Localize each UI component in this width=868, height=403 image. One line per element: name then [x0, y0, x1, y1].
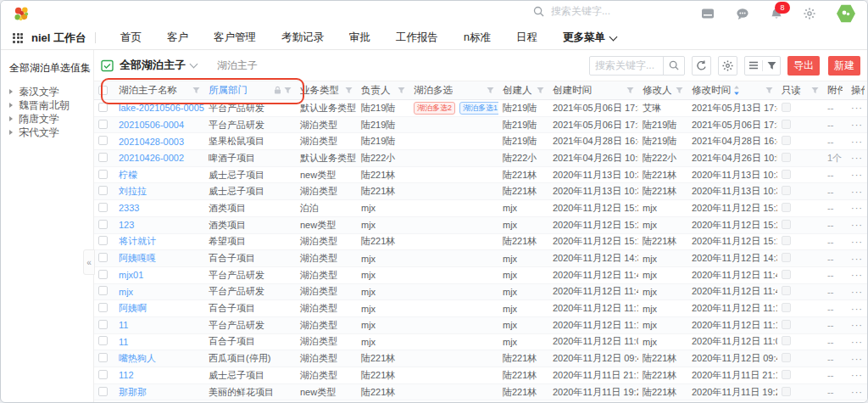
sort-icon[interactable] — [733, 86, 740, 95]
filter-funnel-icon[interactable] — [487, 87, 494, 94]
filter-funnel-icon[interactable] — [811, 87, 819, 94]
row-actions-button[interactable]: ··· — [847, 337, 868, 347]
row-checkbox[interactable] — [98, 103, 108, 112]
row-actions-button[interactable]: ··· — [847, 120, 868, 130]
table-row[interactable]: 20210426-0002啤酒子项目默认业务类型陆222小陆222小2021年0… — [94, 150, 868, 167]
nav-item[interactable]: 客户管理 — [214, 31, 256, 45]
nav-item[interactable]: n标准 — [464, 31, 491, 45]
sidebar-item[interactable]: 秦汉文学 — [9, 85, 93, 98]
row-actions-button[interactable]: ··· — [847, 153, 868, 163]
row-name-link[interactable]: 柠檬 — [119, 170, 137, 180]
table-row[interactable]: 123酒类项目new类型mjxmjx2020年11月12日 15:25mjx20… — [94, 217, 868, 234]
row-actions-button[interactable]: ··· — [847, 254, 868, 264]
row-actions-button[interactable]: ··· — [847, 187, 868, 197]
row-checkbox[interactable] — [98, 203, 108, 212]
filter-funnel-icon[interactable] — [626, 87, 634, 94]
col-header-created[interactable]: 创建时间 — [548, 81, 638, 99]
nav-item[interactable]: 考勤记录 — [281, 31, 324, 45]
row-name-link[interactable]: 112 — [119, 370, 134, 380]
col-header-type[interactable]: 业务类型 — [296, 81, 357, 99]
chat-icon[interactable] — [736, 8, 749, 20]
table-row[interactable]: mjx平台产品研发湖泊类型mjxmjx2020年11月12日 11:44mjx2… — [94, 284, 868, 301]
global-search-input[interactable] — [549, 4, 663, 18]
nav-item[interactable]: 审批 — [349, 31, 370, 45]
table-row[interactable]: 刘拉拉威士忌子项目湖泊类型陆221林陆221林2020年11月13日 10:30… — [94, 183, 868, 200]
row-name-link[interactable]: 20210506-0004 — [119, 120, 184, 130]
row-checkbox[interactable] — [98, 336, 108, 345]
row-name-link[interactable]: 2333 — [119, 203, 139, 213]
row-name-link[interactable]: 阿姨啊 — [119, 303, 147, 313]
row-name-link[interactable]: 20210426-0002 — [119, 153, 184, 163]
create-button[interactable]: 新建 — [828, 56, 860, 76]
row-checkbox[interactable] — [98, 253, 108, 262]
sidebar-item[interactable]: 魏晋南北朝 — [9, 98, 93, 112]
row-checkbox[interactable] — [98, 286, 108, 295]
refresh-button[interactable] — [692, 56, 711, 76]
table-row[interactable]: 11百合子项目湖泊类型mjxmjx2020年11月12日 11:04mjx202… — [94, 334, 868, 351]
col-header-owner[interactable]: 负责人 — [357, 81, 409, 99]
filter-funnel-icon[interactable] — [537, 87, 544, 94]
filter-funnel-icon[interactable] — [284, 87, 292, 94]
app-logo-icon[interactable] — [13, 5, 31, 23]
sidebar-item[interactable]: 隋唐文学 — [9, 112, 93, 126]
row-actions-button[interactable]: ··· — [847, 270, 868, 280]
row-checkbox[interactable] — [98, 370, 108, 379]
row-checkbox[interactable] — [98, 270, 108, 279]
col-header-dept[interactable]: 所属部门 — [204, 81, 296, 99]
row-checkbox[interactable] — [98, 320, 108, 329]
row-actions-button[interactable]: ··· — [847, 354, 868, 364]
row-checkbox[interactable] — [98, 387, 108, 396]
table-row[interactable]: 将计就计希望项目湖泊类型陆221林陆221林2020年11月12日 15:15陆… — [94, 234, 868, 251]
row-checkbox[interactable] — [98, 303, 108, 312]
expand-triangle-icon[interactable] — [9, 89, 13, 94]
col-header-modified[interactable]: 修改时间 — [687, 81, 777, 99]
table-row[interactable]: 阿姨啊百合子项目湖泊类型mjxmjx2020年11月12日 11:16mjx20… — [94, 300, 868, 317]
row-name-link[interactable]: mjx01 — [119, 270, 143, 280]
row-actions-button[interactable]: ··· — [847, 237, 868, 247]
col-header-ops[interactable]: 操作 — [847, 81, 868, 99]
expand-triangle-icon[interactable] — [9, 103, 13, 108]
table-row[interactable]: 11平台产品研发湖泊类型mjxmjx2020年11月12日 11:11mjx20… — [94, 317, 868, 334]
table-search-input[interactable] — [590, 59, 663, 71]
table-row[interactable]: 20210506-0004平台产品研发湖泊类型陆219陆陆219陆2021年05… — [94, 117, 868, 134]
row-actions-button[interactable]: ··· — [847, 287, 868, 297]
view-subtitle[interactable]: 湖泊主子 — [217, 59, 258, 73]
col-header-readonly[interactable]: 只读 — [777, 81, 823, 99]
table-row[interactable]: 20210428-0003坚果松鼠项目湖泊类型陆219陆陆219陆2021年04… — [94, 133, 868, 150]
user-avatar[interactable] — [837, 4, 855, 23]
row-actions-button[interactable]: ··· — [847, 203, 868, 213]
table-row[interactable]: mjx01平台产品研发湖泊类型mjxmjx2020年11月12日 11:46mj… — [94, 267, 868, 284]
more-menu[interactable]: 更多菜单 — [563, 31, 616, 45]
row-actions-button[interactable]: ··· — [847, 170, 868, 180]
apps-grid-icon[interactable] — [13, 33, 23, 43]
row-name-link[interactable]: 123 — [119, 220, 134, 230]
export-button[interactable]: 导出 — [787, 56, 820, 76]
row-name-link[interactable]: 那那那 — [119, 387, 147, 397]
table-row[interactable]: 112威士忌子项目湖泊类型陆221林陆221林2020年11月11日 21:19… — [94, 367, 868, 384]
table-row[interactable]: lake-20210506-0005平台产品研发默认业务类型陆219陆湖泊多选2… — [94, 100, 868, 117]
row-actions-button[interactable]: ··· — [847, 387, 868, 397]
table-row[interactable]: 嘴热狗人西瓜项目(停用)湖泊类型陆221林陆221林2020年11月12日 09… — [94, 350, 868, 367]
row-name-link[interactable]: 刘拉拉 — [119, 186, 147, 196]
col-header-creator[interactable]: 创建人 — [498, 81, 548, 99]
row-name-link[interactable]: lake-20210506-0005 — [119, 103, 204, 113]
row-checkbox[interactable] — [98, 153, 108, 162]
table-row[interactable]: 柠檬威士忌子项目new类型陆221林陆221林2020年11月13日 10:31… — [94, 167, 868, 184]
filter-funnel-icon[interactable] — [192, 87, 200, 94]
table-settings-button[interactable] — [718, 56, 737, 76]
row-checkbox[interactable] — [98, 353, 108, 362]
row-name-link[interactable]: 20210428-0003 — [119, 137, 184, 147]
view-title[interactable]: 全部湖泊主子 — [120, 58, 186, 73]
table-row[interactable]: 2333酒类项目泊泊mjxmjx2020年11月12日 15:25mjx2020… — [94, 200, 868, 217]
row-name-link[interactable]: 嘴热狗人 — [119, 353, 156, 363]
workspace-title[interactable]: niel 工作台 — [31, 31, 86, 46]
search-button[interactable] — [663, 57, 684, 75]
col-header-tags[interactable]: 湖泊多选 — [409, 81, 498, 99]
col-header-attach[interactable]: 附件 — [823, 81, 847, 99]
col-header-modifier[interactable]: 修改人 — [638, 81, 687, 99]
row-name-link[interactable]: 将计就计 — [119, 236, 156, 246]
expand-triangle-icon[interactable] — [9, 116, 13, 121]
row-density-button[interactable] — [745, 61, 762, 70]
card-icon[interactable] — [701, 8, 715, 20]
row-checkbox[interactable] — [98, 136, 108, 145]
